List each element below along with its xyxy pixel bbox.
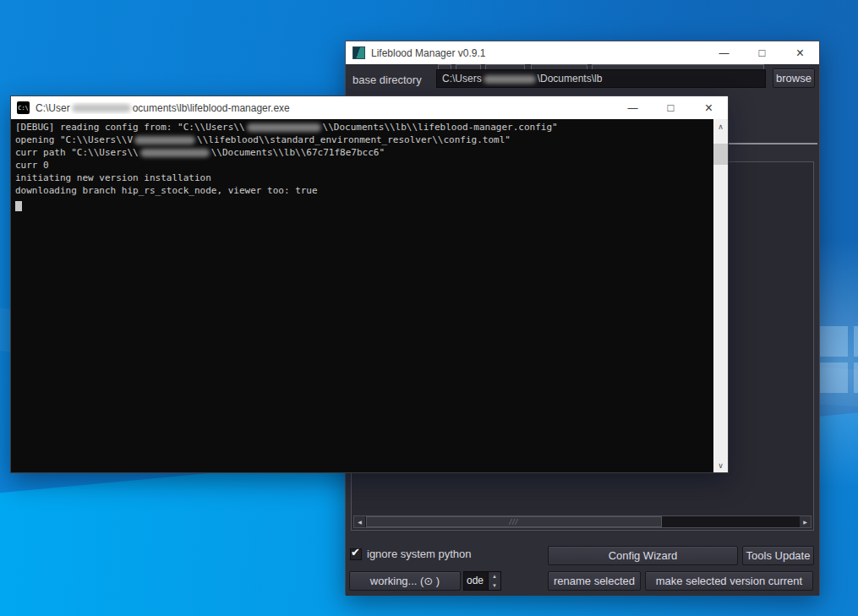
horizontal-scroll-thumb[interactable]: /// bbox=[366, 516, 662, 527]
console-line: [DEBUG] reading config from: "C:\\Users\… bbox=[15, 121, 712, 134]
spinbox-arrows[interactable]: ▲ ▼ bbox=[488, 572, 500, 590]
scroll-up-icon[interactable]: ∧ bbox=[713, 119, 728, 134]
ignore-system-python-label[interactable]: ignore system python bbox=[367, 548, 472, 560]
base-directory-input[interactable]: C:\Users\Documents\lb bbox=[436, 69, 766, 88]
version-spinbox[interactable]: ode ▲ ▼ bbox=[463, 571, 501, 591]
windows-logo bbox=[819, 326, 858, 395]
console-cursor bbox=[15, 201, 22, 211]
vertical-scroll-thumb[interactable] bbox=[713, 144, 728, 165]
scroll-right-icon[interactable]: ▶ bbox=[800, 516, 811, 527]
checkmark-icon: ✔ bbox=[351, 546, 360, 559]
close-button-icon[interactable]: × bbox=[781, 41, 819, 64]
manager-titlebar[interactable]: Lifeblood Manager v0.9.1 — □ × bbox=[346, 41, 819, 64]
path-suffix: \Documents\lb bbox=[538, 73, 603, 84]
spinbox-value[interactable]: ode bbox=[464, 572, 488, 590]
windows-logo-pane bbox=[854, 326, 858, 357]
spin-down-icon[interactable]: ▼ bbox=[489, 581, 500, 591]
redacted-username bbox=[247, 123, 321, 132]
make-current-button[interactable]: make selected version current bbox=[645, 571, 813, 591]
console-window-title: C:\Userocuments\lb\lifeblood-manager.exe bbox=[36, 102, 290, 114]
redacted-username bbox=[140, 149, 210, 157]
horizontal-scroll-track[interactable]: /// bbox=[365, 516, 800, 527]
config-wizard-button[interactable]: Config Wizard bbox=[548, 546, 738, 565]
console-window-controls: — □ × bbox=[614, 96, 728, 119]
minimize-button-icon[interactable]: — bbox=[614, 96, 652, 119]
close-button-icon[interactable]: × bbox=[690, 96, 728, 119]
minimize-button-icon[interactable]: — bbox=[705, 41, 743, 64]
console-title-suffix: ocuments\lb\lifeblood-manager.exe bbox=[133, 102, 290, 114]
redacted-username bbox=[72, 104, 131, 112]
scroll-down-icon[interactable]: ∨ bbox=[713, 458, 728, 472]
console-vertical-scrollbar[interactable]: ∧ ∨ bbox=[713, 119, 728, 472]
manager-window-title: Lifeblood Manager v0.9.1 bbox=[371, 47, 485, 59]
maximize-button-icon[interactable]: □ bbox=[652, 96, 690, 119]
console-line: curr 0 bbox=[15, 159, 712, 172]
scroll-left-icon[interactable]: ◀ bbox=[354, 516, 365, 527]
working-status-button[interactable]: working... (⊙ ) bbox=[349, 571, 461, 591]
windows-logo-pane bbox=[819, 363, 848, 393]
spin-up-icon[interactable]: ▲ bbox=[489, 572, 500, 581]
redacted-username bbox=[134, 136, 195, 144]
maximize-button-icon[interactable]: □ bbox=[743, 41, 781, 64]
windows-logo-pane bbox=[854, 363, 858, 393]
console-line: curr path "C:\\Users\\\\Documents\\lb\\6… bbox=[15, 146, 712, 159]
base-directory-label: base directory bbox=[352, 74, 422, 86]
console-line: downloading branch hip_rs_stock_node, vi… bbox=[15, 184, 712, 197]
browse-button[interactable]: browse bbox=[773, 68, 815, 88]
redacted-username bbox=[484, 75, 536, 84]
console-window: C:\ C:\Userocuments\lb\lifeblood-manager… bbox=[10, 95, 729, 473]
console-output[interactable]: [DEBUG] reading config from: "C:\\Users\… bbox=[11, 119, 713, 472]
lifeblood-app-icon bbox=[352, 46, 365, 59]
console-line: initiating new version installation bbox=[15, 172, 712, 184]
windows-logo-pane bbox=[819, 326, 848, 357]
path-prefix: C:\Users bbox=[442, 73, 482, 84]
console-titlebar[interactable]: C:\ C:\Userocuments\lb\lifeblood-manager… bbox=[11, 96, 728, 119]
tools-update-button[interactable]: Tools Update bbox=[742, 546, 814, 565]
ignore-system-python-checkbox[interactable]: ✔ bbox=[350, 548, 362, 560]
desktop: Lifeblood Manager v0.9.1 — □ × base dire… bbox=[0, 0, 858, 616]
console-title-prefix: C:\User bbox=[36, 102, 70, 114]
rename-selected-button[interactable]: rename selected bbox=[548, 571, 641, 591]
horizontal-scrollbar[interactable]: ◀ /// ▶ bbox=[353, 515, 812, 528]
console-body: [DEBUG] reading config from: "C:\\Users\… bbox=[11, 119, 728, 472]
scroll-grip-icon: /// bbox=[509, 517, 518, 526]
cmd-icon: C:\ bbox=[17, 101, 30, 114]
manager-window-controls: — □ × bbox=[705, 41, 819, 64]
console-line: opening "C:\\Users\\V\\lifeblood\\standa… bbox=[15, 134, 712, 146]
